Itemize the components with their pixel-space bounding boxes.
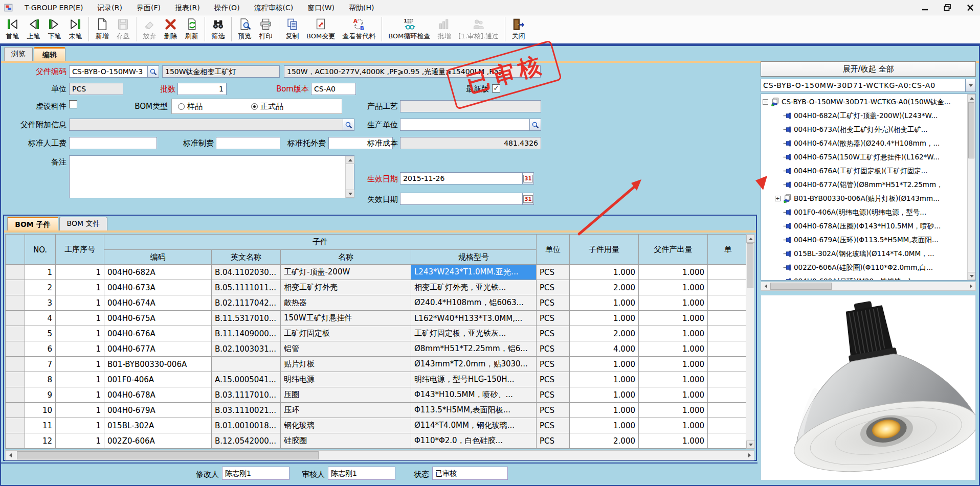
scroll-down-icon[interactable] [968,272,976,280]
cell-seq[interactable]: 1 [56,403,104,418]
toolbar-button[interactable]: 末笔 [65,17,86,41]
cell-spec[interactable]: Ø114*T4.0MM，钢化玻璃... [411,418,537,433]
radio-icon[interactable] [251,103,258,110]
cell-code[interactable]: 004H0-677A [104,341,212,357]
menu-item[interactable]: 记录(R) [90,0,129,15]
cell-parent-qty[interactable]: 1.000 [639,433,708,449]
cell-unit2[interactable] [708,265,748,280]
expire-date-calendar-button[interactable]: 31 [522,193,534,205]
tree-expander-icon[interactable] [775,182,781,188]
cell-code[interactable]: B01-BYB00330-006A [104,357,212,372]
cell-en-name[interactable]: B.11.1409000... [212,326,281,341]
close-window-button[interactable] [966,4,975,12]
cell-qty[interactable]: 1.000 [570,418,639,433]
tree-expander-icon[interactable] [775,113,781,119]
scroll-left-icon[interactable] [761,282,770,291]
cell-spec[interactable]: 相变工矿灯外壳，亚光铁... [411,280,537,295]
effective-date-input[interactable]: 2015-11-26 [400,172,522,184]
scroll-right-icon[interactable] [745,451,754,460]
cell-qty[interactable]: 1.000 [570,357,639,372]
cell-seq[interactable]: 1 [56,433,104,449]
scroll-up-icon[interactable] [746,235,755,243]
cell-seq[interactable]: 1 [56,295,104,311]
cell-spec[interactable]: L162*W40*H133*T3.0MM,... [411,311,537,326]
tree-horizontal-scrollbar[interactable] [761,282,976,291]
parent-extra-lookup-button[interactable] [343,119,354,131]
cell-seq[interactable]: 1 [56,280,104,295]
cell-unit[interactable]: PCS [537,418,570,433]
toolbar-button[interactable]: BOM循环检查 [382,17,434,41]
toolbar-button[interactable]: 打印 [255,17,276,41]
cell-qty[interactable]: 1.000 [570,372,639,387]
tree-vertical-scrollbar[interactable] [967,94,975,280]
tab-bom-files[interactable]: BOM 文件 [59,217,107,230]
row-selector[interactable] [6,311,25,326]
cell-en-name[interactable]: B.02.1117042... [212,295,281,311]
cell-qty[interactable]: 1.000 [570,403,639,418]
scroll-up-icon[interactable] [346,156,354,164]
cell-spec[interactable]: Φ113.5*H5MM,表面阳极... [411,403,537,418]
tree-item[interactable]: 004H0-679A(压环)(Φ113.5*H5MM,表面阳... [763,233,967,247]
toolbar-button[interactable]: 上笔 [23,17,44,41]
prod-unit-lookup-button[interactable] [529,119,541,131]
cell-seq[interactable]: 1 [56,326,104,341]
tree-expander-icon[interactable] [775,237,781,243]
cell-code[interactable]: 001F0-406A [104,372,212,387]
cell-name[interactable]: 硅胶圈 [281,433,411,449]
cell-spec[interactable]: 明纬电源，型号HLG-150H... [411,372,537,387]
tree-item[interactable]: 004H0-682A(工矿灯-顶盖-200W)(L243*W... [763,109,967,123]
cell-seq[interactable]: 1 [56,357,104,372]
menu-item[interactable]: 窗口(W) [300,0,342,15]
scroll-down-icon[interactable] [746,441,755,449]
cell-spec[interactable]: 工矿灯固定板，亚光铁灰... [411,326,537,341]
cell-unit[interactable]: PCS [537,295,570,311]
cell-parent-qty[interactable]: 1.000 [639,326,708,341]
cell-en-name[interactable]: B.05.1111011... [212,280,281,295]
tree-expander-icon[interactable] [775,223,781,229]
tree-expander-icon[interactable] [775,196,781,201]
scroll-up-icon[interactable] [968,94,976,102]
cell-parent-qty[interactable]: 1.000 [639,311,708,326]
cell-seq[interactable]: 1 [56,387,104,403]
cell-no[interactable]: 7 [25,357,56,372]
cell-name[interactable]: 压圈 [281,387,411,403]
row-selector[interactable] [6,280,25,295]
tree-item[interactable]: 004H0-678A(压圈)(Φ143*H10.5MM，喷砂... [763,219,967,233]
cell-no[interactable]: 12 [25,433,56,449]
row-selector[interactable] [6,341,25,357]
cell-parent-qty[interactable]: 1.000 [639,387,708,403]
cell-unit[interactable]: PCS [537,265,570,280]
cell-qty[interactable]: 4.000 [570,341,639,357]
cell-en-name[interactable]: B.03.1117010... [212,387,281,403]
toolbar-button[interactable]: 首笔 [2,17,23,41]
toolbar-button[interactable]: [1.审核].通过 [455,17,502,41]
cell-qty[interactable]: 2.000 [570,433,639,449]
cell-name[interactable]: 散热器 [281,295,411,311]
cell-name[interactable]: 明纬电源 [281,372,411,387]
cell-no[interactable]: 3 [25,295,56,311]
cell-unit[interactable]: PCS [537,433,570,449]
cell-unit2[interactable] [708,280,748,295]
virtual-part-checkbox[interactable] [69,100,77,108]
cell-name[interactable]: 工矿灯-顶盖-200W [281,265,411,280]
chevron-down-icon[interactable] [965,79,975,91]
toolbar-button[interactable]: 刷新 [181,17,202,41]
expire-date-input[interactable] [400,193,522,205]
tree-item[interactable]: 015BL-302A(钢化玻璃)(Ø114*T4.0MM，... [763,247,967,261]
radio-icon[interactable] [178,103,185,110]
tree-item[interactable]: 001F0-406A(明纬电源)(明纬电源，型号... [763,205,967,219]
cell-parent-qty[interactable]: 1.000 [639,341,708,357]
scrollbar-thumb[interactable] [747,243,753,288]
toolbar-button[interactable]: BOM变更 [303,17,339,41]
cell-name[interactable]: 150W工矿灯悬挂件 [281,311,411,326]
cell-name[interactable]: 工矿灯固定板 [281,326,411,341]
std-labor-input[interactable] [69,137,157,149]
tree-item[interactable]: 004H0-676A(工矿灯固定板)(工矿灯固定... [763,164,967,178]
cell-en-name[interactable]: B.04.1102030... [212,265,281,280]
row-selector[interactable] [6,372,25,387]
tree-item[interactable]: CS-BYB-O-150MW-30D71-WCTKG-A0(150W钛金... [763,95,967,109]
cell-qty[interactable]: 2.000 [570,280,639,295]
toolbar-button[interactable]: 放弃 [136,17,160,41]
cell-qty[interactable]: 1.000 [570,265,639,280]
cell-seq[interactable]: 1 [56,418,104,433]
